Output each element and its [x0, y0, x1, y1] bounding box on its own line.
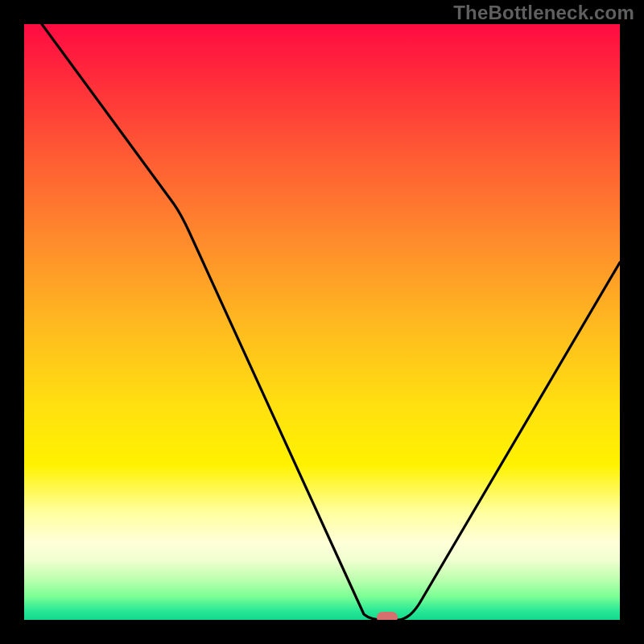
optimal-marker — [377, 612, 398, 620]
watermark-text: TheBottleneck.com — [453, 2, 634, 24]
chart-frame: TheBottleneck.com — [0, 0, 644, 644]
curve-path — [42, 24, 620, 620]
plot-area — [24, 24, 620, 620]
bottleneck-curve — [24, 24, 620, 620]
